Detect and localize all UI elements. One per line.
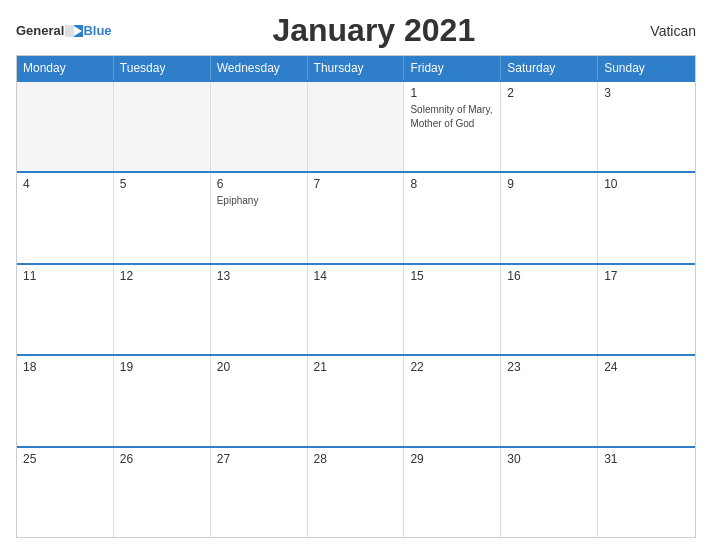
day-number: 20	[217, 360, 301, 374]
day-number: 1	[410, 86, 494, 100]
calendar-cell	[211, 82, 308, 171]
day-number: 31	[604, 452, 689, 466]
logo: General Blue	[16, 23, 112, 38]
day-number: 14	[314, 269, 398, 283]
calendar-cell: 2	[501, 82, 598, 171]
svg-marker-1	[65, 25, 74, 37]
day-number: 2	[507, 86, 591, 100]
calendar-cell: 3	[598, 82, 695, 171]
calendar-cell: 16	[501, 265, 598, 354]
day-number: 27	[217, 452, 301, 466]
day-number: 7	[314, 177, 398, 191]
calendar-page: General Blue January 2021 Vatican Monday…	[0, 0, 712, 550]
calendar-cell: 19	[114, 356, 211, 445]
calendar-cell: 9	[501, 173, 598, 262]
day-number: 16	[507, 269, 591, 283]
logo-blue-text: Blue	[83, 23, 111, 38]
day-number: 22	[410, 360, 494, 374]
calendar-cell: 12	[114, 265, 211, 354]
calendar-week-3: 11121314151617	[17, 263, 695, 354]
calendar-cell: 6Epiphany	[211, 173, 308, 262]
day-number: 21	[314, 360, 398, 374]
day-number: 18	[23, 360, 107, 374]
calendar-cell: 1Solemnity of Mary, Mother of God	[404, 82, 501, 171]
calendar-cell	[114, 82, 211, 171]
day-number: 3	[604, 86, 689, 100]
day-number: 29	[410, 452, 494, 466]
calendar-cell: 15	[404, 265, 501, 354]
calendar-cell: 14	[308, 265, 405, 354]
calendar-cell: 28	[308, 448, 405, 537]
calendar-cell: 4	[17, 173, 114, 262]
calendar-header-row: MondayTuesdayWednesdayThursdayFridaySatu…	[17, 56, 695, 80]
calendar-cell: 23	[501, 356, 598, 445]
day-number: 4	[23, 177, 107, 191]
header-day-sunday: Sunday	[598, 56, 695, 80]
header-day-wednesday: Wednesday	[211, 56, 308, 80]
day-number: 12	[120, 269, 204, 283]
day-number: 15	[410, 269, 494, 283]
day-number: 17	[604, 269, 689, 283]
calendar-cell: 7	[308, 173, 405, 262]
calendar-cell: 18	[17, 356, 114, 445]
day-number: 6	[217, 177, 301, 191]
header-day-thursday: Thursday	[308, 56, 405, 80]
calendar-cell: 10	[598, 173, 695, 262]
calendar-cell: 13	[211, 265, 308, 354]
calendar-cell: 11	[17, 265, 114, 354]
header-day-tuesday: Tuesday	[114, 56, 211, 80]
calendar-cell: 29	[404, 448, 501, 537]
calendar-week-2: 456Epiphany78910	[17, 171, 695, 262]
calendar-cell: 20	[211, 356, 308, 445]
calendar-grid: MondayTuesdayWednesdayThursdayFridaySatu…	[16, 55, 696, 538]
day-number: 5	[120, 177, 204, 191]
calendar-cell: 25	[17, 448, 114, 537]
calendar-cell: 31	[598, 448, 695, 537]
calendar-week-4: 18192021222324	[17, 354, 695, 445]
month-title: January 2021	[112, 12, 636, 49]
country-label: Vatican	[636, 23, 696, 39]
calendar-cell	[17, 82, 114, 171]
calendar-cell: 17	[598, 265, 695, 354]
calendar-cell	[308, 82, 405, 171]
calendar-body: 1Solemnity of Mary, Mother of God23456Ep…	[17, 80, 695, 537]
header-day-friday: Friday	[404, 56, 501, 80]
day-number: 23	[507, 360, 591, 374]
calendar-week-1: 1Solemnity of Mary, Mother of God23	[17, 80, 695, 171]
calendar-cell: 5	[114, 173, 211, 262]
header-day-saturday: Saturday	[501, 56, 598, 80]
day-number: 26	[120, 452, 204, 466]
header-day-monday: Monday	[17, 56, 114, 80]
calendar-cell: 21	[308, 356, 405, 445]
day-number: 19	[120, 360, 204, 374]
page-header: General Blue January 2021 Vatican	[16, 12, 696, 49]
day-number: 10	[604, 177, 689, 191]
day-number: 25	[23, 452, 107, 466]
day-number: 9	[507, 177, 591, 191]
calendar-cell: 24	[598, 356, 695, 445]
event-label: Solemnity of Mary, Mother of God	[410, 104, 492, 129]
calendar-cell: 26	[114, 448, 211, 537]
day-number: 8	[410, 177, 494, 191]
day-number: 11	[23, 269, 107, 283]
logo-general-text: General	[16, 23, 64, 38]
calendar-cell: 27	[211, 448, 308, 537]
calendar-week-5: 25262728293031	[17, 446, 695, 537]
event-label: Epiphany	[217, 195, 259, 206]
day-number: 24	[604, 360, 689, 374]
calendar-cell: 22	[404, 356, 501, 445]
day-number: 13	[217, 269, 301, 283]
day-number: 28	[314, 452, 398, 466]
calendar-cell: 30	[501, 448, 598, 537]
logo-flag-icon	[65, 25, 83, 37]
day-number: 30	[507, 452, 591, 466]
calendar-cell: 8	[404, 173, 501, 262]
